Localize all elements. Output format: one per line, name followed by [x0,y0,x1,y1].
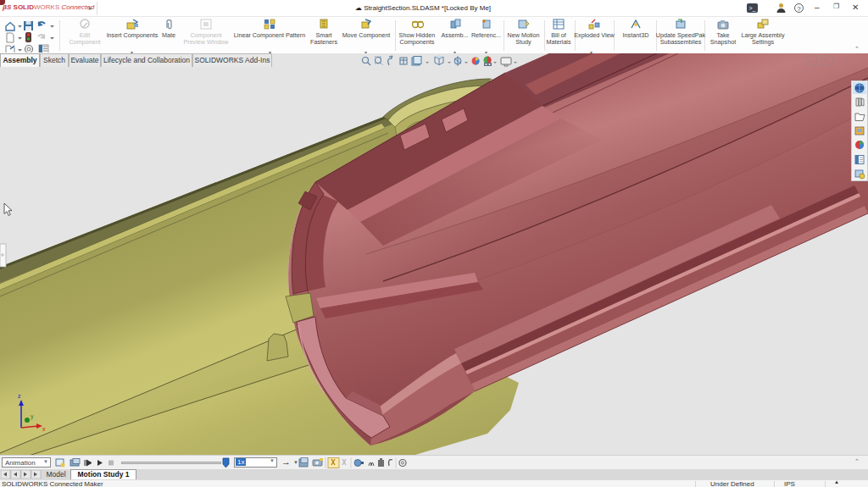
svg-text:z: z [18,393,21,399]
svg-text:x: x [42,426,46,432]
svg-text:y: y [31,413,34,420]
